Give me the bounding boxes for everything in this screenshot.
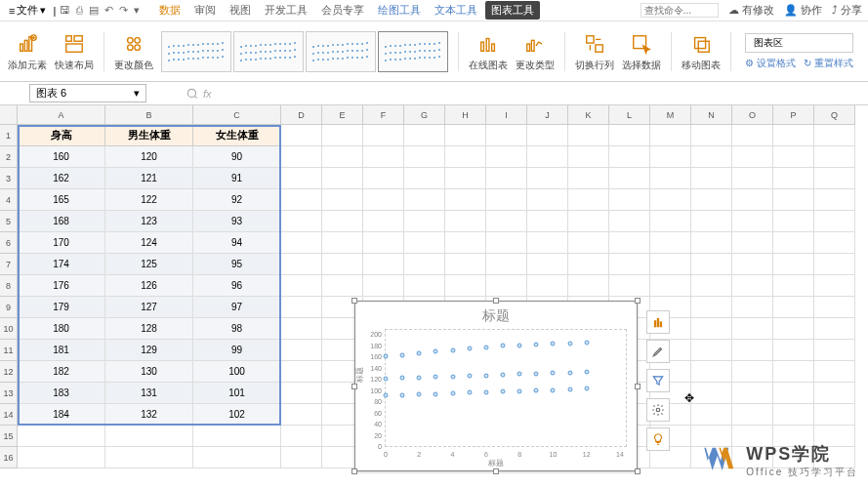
empty-cell[interactable]: [732, 297, 773, 318]
empty-cell[interactable]: [773, 168, 814, 189]
table-cell[interactable]: 94: [193, 232, 281, 254]
table-cell[interactable]: 181: [18, 340, 105, 361]
row-header[interactable]: 3: [0, 168, 18, 189]
empty-cell[interactable]: [363, 254, 404, 275]
table-cell[interactable]: 90: [193, 146, 281, 168]
cloud-status[interactable]: ☁ 有修改: [728, 3, 774, 18]
empty-cell[interactable]: [691, 232, 732, 254]
table-cell[interactable]: 97: [193, 297, 281, 318]
empty-cell[interactable]: [527, 275, 568, 297]
empty-cell[interactable]: [650, 189, 691, 211]
resize-handle[interactable]: [493, 298, 499, 304]
empty-cell[interactable]: [773, 146, 814, 168]
filter-icon[interactable]: [646, 369, 670, 392]
col-header[interactable]: N: [691, 105, 732, 125]
empty-cell[interactable]: [609, 211, 650, 232]
table-cell[interactable]: 170: [18, 232, 105, 254]
table-cell[interactable]: 129: [105, 340, 193, 361]
resize-handle[interactable]: [351, 298, 357, 304]
reset-style[interactable]: ↻ 重置样式: [804, 57, 853, 70]
empty-cell[interactable]: [814, 146, 855, 168]
table-cell[interactable]: 123: [105, 211, 193, 232]
export-icon[interactable]: ⎙: [76, 4, 83, 17]
empty-cell[interactable]: [486, 125, 527, 146]
empty-cell[interactable]: [527, 146, 568, 168]
row-header[interactable]: 7: [0, 254, 18, 275]
chart-style-4[interactable]: [378, 31, 448, 72]
empty-cell[interactable]: [773, 297, 814, 318]
row-header[interactable]: 11: [0, 340, 18, 361]
empty-cell[interactable]: [281, 404, 322, 426]
col-header[interactable]: O: [732, 105, 773, 125]
tab-review[interactable]: 审阅: [188, 1, 222, 20]
file-menu[interactable]: ≡ 文件 ▾: [6, 3, 49, 18]
col-header[interactable]: G: [404, 105, 445, 125]
save-icon[interactable]: 🖫: [60, 4, 70, 17]
tab-member[interactable]: 会员专享: [315, 1, 370, 20]
col-header[interactable]: Q: [814, 105, 855, 125]
share-button[interactable]: ⤴ 分享: [832, 3, 862, 18]
empty-cell[interactable]: [609, 189, 650, 211]
empty-cell[interactable]: [363, 168, 404, 189]
empty-cell[interactable]: [363, 232, 404, 254]
resize-handle[interactable]: [635, 468, 641, 474]
empty-cell[interactable]: [650, 254, 691, 275]
quick-layout[interactable]: 快速布局: [55, 31, 94, 72]
col-header[interactable]: P: [773, 105, 814, 125]
resize-handle[interactable]: [635, 384, 641, 389]
row-header[interactable]: 1: [0, 125, 18, 146]
empty-cell[interactable]: [609, 254, 650, 275]
empty-cell[interactable]: [445, 232, 486, 254]
empty-cell[interactable]: [650, 125, 691, 146]
table-cell[interactable]: 132: [105, 404, 193, 426]
empty-cell[interactable]: [691, 189, 732, 211]
empty-cell[interactable]: [486, 275, 527, 297]
empty-cell[interactable]: [691, 275, 732, 297]
row-header[interactable]: 13: [0, 383, 18, 404]
empty-cell[interactable]: [404, 125, 445, 146]
col-header[interactable]: B: [105, 105, 193, 125]
chart-title[interactable]: 标题: [355, 302, 637, 331]
empty-cell[interactable]: [322, 146, 363, 168]
empty-cell[interactable]: [281, 125, 322, 146]
col-header[interactable]: L: [609, 105, 650, 125]
empty-cell[interactable]: [732, 404, 773, 426]
tab-draw[interactable]: 绘图工具: [372, 1, 427, 20]
empty-cell[interactable]: [609, 275, 650, 297]
row-header[interactable]: 12: [0, 361, 18, 383]
empty-cell[interactable]: [814, 383, 855, 404]
empty-cell[interactable]: [732, 125, 773, 146]
empty-cell[interactable]: [814, 361, 855, 383]
empty-cell[interactable]: [527, 254, 568, 275]
table-cell[interactable]: 99: [193, 340, 281, 361]
table-cell[interactable]: 176: [18, 275, 105, 297]
empty-cell[interactable]: [650, 146, 691, 168]
empty-cell[interactable]: [732, 211, 773, 232]
empty-cell[interactable]: [281, 361, 322, 383]
empty-cell[interactable]: [486, 254, 527, 275]
resize-handle[interactable]: [351, 468, 357, 474]
empty-cell[interactable]: [281, 189, 322, 211]
empty-cell[interactable]: [568, 146, 609, 168]
table-cell[interactable]: 100: [193, 361, 281, 383]
table-cell[interactable]: 91: [193, 168, 281, 189]
empty-cell[interactable]: [691, 340, 732, 361]
table-cell[interactable]: 120: [105, 146, 193, 168]
tab-text[interactable]: 文本工具: [429, 1, 483, 20]
empty-cell[interactable]: [404, 146, 445, 168]
empty-cell[interactable]: [445, 146, 486, 168]
table-cell[interactable]: 121: [105, 168, 193, 189]
change-color[interactable]: 更改颜色: [114, 31, 153, 72]
row-header[interactable]: 5: [0, 211, 18, 232]
undo-icon[interactable]: ↶: [104, 4, 113, 17]
empty-cell[interactable]: [814, 275, 855, 297]
resize-handle[interactable]: [493, 468, 499, 474]
empty-cell[interactable]: [814, 232, 855, 254]
empty-cell[interactable]: [814, 404, 855, 426]
col-header[interactable]: M: [650, 105, 691, 125]
empty-cell[interactable]: [691, 254, 732, 275]
col-header[interactable]: J: [527, 105, 568, 125]
empty-cell[interactable]: [691, 146, 732, 168]
empty-cell[interactable]: [773, 211, 814, 232]
empty-cell[interactable]: [322, 254, 363, 275]
